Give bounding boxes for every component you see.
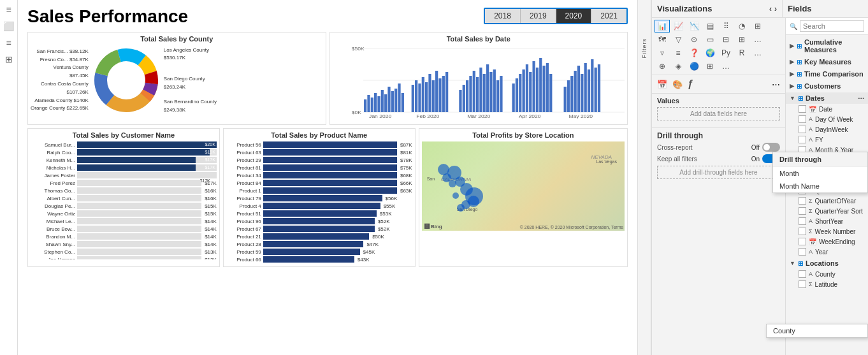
field-checkbox-weeknumber[interactable] bbox=[799, 228, 806, 235]
more-options-icon[interactable]: ⋯ bbox=[772, 80, 780, 89]
fields-tree: ▶ ⊞ Cumulative Measures ▶ ⊞ Key Measures bbox=[786, 35, 868, 355]
field-group-time-header[interactable]: ▶ ⊞ Time Comparison bbox=[786, 68, 868, 80]
nav-icon-4[interactable]: ⊞ bbox=[2, 52, 16, 66]
field-group-cumulative-header[interactable]: ▶ ⊞ Cumulative Measures bbox=[786, 36, 868, 55]
viz-icon-map[interactable]: 🗺 bbox=[655, 33, 670, 46]
dates-more-icon[interactable]: ⋯ bbox=[858, 95, 864, 102]
context-menu-county[interactable]: County bbox=[767, 324, 867, 337]
viz-icon-line[interactable]: 📈 bbox=[670, 20, 686, 33]
field-group-dates-header[interactable]: ▼ ⊞ Dates ⋯ bbox=[786, 92, 868, 104]
viz-icon-gauge[interactable]: ⊙ bbox=[686, 33, 702, 46]
year-2021[interactable]: 2021 bbox=[591, 9, 626, 23]
field-group-cumulative-label: Cumulative Measures bbox=[804, 38, 864, 54]
field-checkbox-fy[interactable] bbox=[799, 136, 806, 143]
viz-icon-scatter[interactable]: ⠿ bbox=[718, 20, 734, 33]
field-group-locations-header[interactable]: ▼ ⊞ Locations bbox=[786, 257, 868, 269]
viz-icon-custom3[interactable]: … bbox=[750, 47, 765, 59]
svg-rect-44 bbox=[479, 68, 482, 112]
field-item-county[interactable]: A County bbox=[786, 269, 868, 279]
chevron-right-icon[interactable]: › bbox=[774, 4, 777, 13]
svg-rect-17 bbox=[370, 98, 373, 112]
year-2018[interactable]: 2018 bbox=[485, 9, 521, 23]
build-icon-paint[interactable]: 🎨 bbox=[672, 80, 683, 89]
viz-icon-card[interactable]: ▭ bbox=[702, 33, 718, 46]
field-item-dayinweek[interactable]: A DayInWeek bbox=[786, 124, 868, 134]
svg-rect-59 bbox=[539, 58, 542, 112]
build-icon-analytics[interactable]: ƒ bbox=[688, 78, 693, 90]
viz-icon-pie[interactable]: ◔ bbox=[734, 20, 749, 33]
cross-report-toggle[interactable]: Off bbox=[751, 143, 780, 152]
nav-icon-3[interactable]: ≡ bbox=[2, 36, 16, 50]
field-checkbox-quarteryearsort[interactable] bbox=[799, 207, 806, 215]
context-menu-month[interactable]: Month bbox=[773, 167, 867, 180]
year-2020[interactable]: 2020 bbox=[556, 9, 592, 23]
field-checkbox-weekending[interactable] bbox=[799, 238, 806, 245]
year-2019[interactable]: 2019 bbox=[521, 9, 556, 23]
customer-bar-row: Stephen Co... $13K bbox=[31, 249, 217, 255]
viz-icon-table[interactable]: ⊟ bbox=[718, 33, 734, 46]
viz-icon-matrix[interactable]: ⊞ bbox=[734, 33, 749, 46]
cal-icon: 📅 bbox=[809, 106, 816, 113]
viz-icon-arcgis[interactable]: 🌍 bbox=[702, 47, 718, 59]
field-item-weekending[interactable]: 📅 WeekEnding bbox=[786, 236, 868, 247]
search-input[interactable] bbox=[800, 20, 864, 32]
field-item-quarterofyear[interactable]: Σ QuarterOfYear bbox=[786, 196, 868, 206]
svg-rect-53 bbox=[519, 74, 521, 112]
field-checkbox-shortyear[interactable] bbox=[799, 217, 806, 225]
field-group-customers-header[interactable]: ▶ ⊞ Customers bbox=[786, 80, 868, 92]
viz-icon-slicer[interactable]: ≡ bbox=[670, 47, 686, 59]
build-icon-calendar[interactable]: 📅 bbox=[657, 80, 667, 89]
nav-icon-2[interactable]: ⬜ bbox=[2, 19, 16, 33]
svg-rect-56 bbox=[529, 72, 532, 112]
chevron-left-icon[interactable]: ‹ bbox=[769, 4, 772, 13]
field-item-latitude[interactable]: Σ Latitude bbox=[786, 279, 868, 289]
field-checkbox-county[interactable] bbox=[799, 270, 806, 278]
viz-icon-funnel[interactable]: ▽ bbox=[670, 33, 686, 46]
viz-icon-filter[interactable]: ▿ bbox=[655, 47, 670, 59]
field-item-dayofweek[interactable]: A Day Of Week bbox=[786, 114, 868, 124]
viz-icon-area[interactable]: 📉 bbox=[686, 20, 702, 33]
field-checkbox-latitude[interactable] bbox=[799, 280, 806, 288]
viz-icon-bar[interactable]: 📊 bbox=[655, 20, 670, 33]
customer-bar-row: James Foster $17K bbox=[31, 172, 217, 178]
viz-icon-custom2[interactable]: R bbox=[734, 47, 749, 59]
product-chart: Total Sales by Product Name Product 56 $… bbox=[223, 128, 416, 267]
add-data-box[interactable]: Add data fields here bbox=[657, 107, 780, 120]
field-item-year[interactable]: A Year bbox=[786, 247, 868, 257]
field-checkbox-dayofweek[interactable] bbox=[799, 115, 806, 123]
add-drill-box[interactable]: Add drill-through fields here bbox=[657, 166, 780, 179]
viz-icon-custom6[interactable]: 🔵 bbox=[686, 60, 702, 73]
viz-icon-custom7[interactable]: ⊞ bbox=[702, 60, 718, 73]
field-checkbox-year[interactable] bbox=[799, 248, 806, 256]
fields-panel-title: Fields bbox=[788, 4, 812, 13]
viz-icon-custom5[interactable]: ◈ bbox=[670, 60, 686, 73]
field-item-date[interactable]: 📅 Date bbox=[786, 104, 868, 114]
chevron-right-icon: ▶ bbox=[790, 83, 794, 89]
viz-icon-ribbon[interactable]: ▤ bbox=[702, 20, 718, 33]
viz-icon-more[interactable]: … bbox=[750, 33, 765, 46]
field-checkbox-dayinweek[interactable] bbox=[799, 126, 806, 133]
context-menu-month-name[interactable]: Month Name bbox=[773, 180, 867, 192]
field-item-fy[interactable]: A FY bbox=[786, 134, 868, 145]
viz-icon-custom4[interactable]: ⊕ bbox=[655, 60, 670, 73]
svg-rect-47 bbox=[489, 72, 492, 112]
filters-bar[interactable]: Filters bbox=[637, 0, 651, 355]
field-group-key-header[interactable]: ▶ ⊞ Key Measures bbox=[786, 56, 868, 68]
sigma-icon: Σ bbox=[809, 228, 813, 235]
field-item-shortyear[interactable]: A ShortYear bbox=[786, 216, 868, 226]
customer-chart: Total Sales by Customer Name Samuel Bur.… bbox=[27, 128, 220, 267]
viz-icon-treemap[interactable]: ⊞ bbox=[750, 20, 765, 33]
field-label-weekending: WeekEnding bbox=[819, 238, 855, 245]
viz-icon-custom8[interactable]: … bbox=[718, 60, 734, 73]
field-item-quarteryearsort[interactable]: Σ QuarterYear Sort bbox=[786, 206, 868, 216]
svg-text:$50K: $50K bbox=[351, 46, 364, 52]
table-icon: ⊞ bbox=[797, 59, 802, 66]
table-icon: ⊞ bbox=[797, 43, 802, 50]
viz-icon-qa[interactable]: ❓ bbox=[686, 47, 702, 59]
nav-icon-1[interactable]: ≡ bbox=[2, 3, 16, 17]
field-item-weeknumber[interactable]: Σ Week Number bbox=[786, 226, 868, 236]
field-checkbox-quarterofyear[interactable] bbox=[799, 197, 806, 205]
viz-icon-custom1[interactable]: Py bbox=[718, 47, 734, 59]
text-icon: A bbox=[809, 271, 813, 277]
field-checkbox-date[interactable] bbox=[799, 105, 806, 113]
